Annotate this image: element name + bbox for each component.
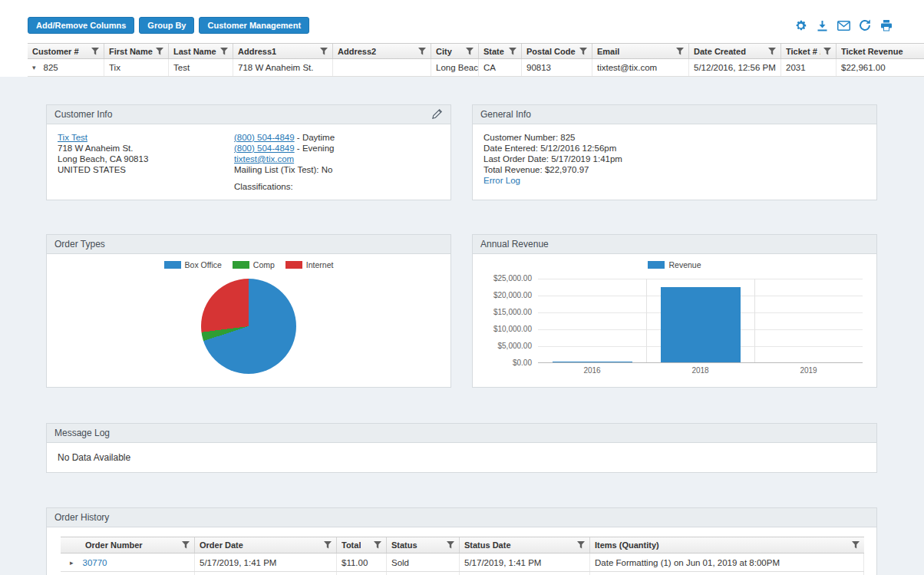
error-log-link[interactable]: Error Log: [483, 176, 520, 185]
col-label: Last Name: [173, 47, 216, 56]
cell-order-date: 4/8/2019, 1:43 PM: [195, 572, 337, 575]
cell-state: CA: [479, 59, 522, 76]
customer-row[interactable]: ▾825 Tix Test 718 W Anaheim St. Long Bea…: [28, 59, 924, 77]
customer-name-link[interactable]: Tix Test: [58, 133, 87, 142]
filter-icon[interactable]: [220, 48, 228, 55]
no-data-text: No Data Available: [58, 452, 130, 463]
general-customer-number: Customer Number: 825: [483, 132, 866, 143]
col-header-status[interactable]: Status: [387, 537, 460, 553]
info-panels-row: Customer Info Tix Test 718 W Anaheim St.…: [46, 104, 877, 200]
filter-icon[interactable]: [823, 48, 831, 55]
cell-value: tixtest@tix.com: [597, 63, 657, 72]
col-header-ticket-revenue[interactable]: Ticket Revenue: [837, 44, 924, 58]
col-header-city[interactable]: City: [431, 44, 479, 58]
col-header-items-quantity[interactable]: Items (Quantity): [590, 537, 864, 553]
filter-icon[interactable]: [509, 48, 516, 55]
refresh-icon[interactable]: [858, 18, 872, 32]
customer-email-link[interactable]: tixtest@tix.com: [234, 154, 294, 164]
bar-y-axis: $25,000.00 $20,000.00 $15,000.00 $10,000…: [473, 279, 538, 363]
phone-daytime-link[interactable]: (800) 504-4849: [234, 133, 295, 142]
customer-info-panel: Customer Info Tix Test 718 W Anaheim St.…: [46, 104, 451, 200]
col-header-order-date[interactable]: Order Date: [195, 537, 337, 553]
sort-desc-icon: ↓: [819, 47, 820, 56]
order-row[interactable]: ▸30497 4/8/2019, 1:43 PM $0.00 Open 4/8/…: [61, 572, 864, 575]
phone-evening-link[interactable]: (800) 504-4849: [234, 144, 295, 153]
classifications-label: Classifications:: [234, 181, 440, 192]
bar[interactable]: [661, 287, 741, 362]
panel-title: Annual Revenue: [480, 239, 549, 249]
y-tick: $25,000.00: [493, 274, 532, 283]
filter-icon[interactable]: [577, 541, 585, 549]
order-number-link[interactable]: 30770: [83, 558, 107, 567]
general-info-header: General Info: [473, 105, 876, 124]
download-icon[interactable]: [815, 18, 829, 32]
cell-value: Date Formatting (1) on Jun 01, 2019 at 8…: [595, 558, 780, 567]
panel-title: Order History: [54, 512, 109, 523]
toolbar: Add/Remove Columns Group By Customer Man…: [0, 17, 924, 34]
col-label: Date Created: [694, 47, 746, 56]
cell-value: Test: [173, 63, 190, 72]
group-by-button[interactable]: Group By: [139, 17, 194, 34]
customer-management-button[interactable]: Customer Management: [199, 17, 309, 34]
col-header-date-created[interactable]: Date Created: [689, 44, 781, 58]
order-history-panel: Order History Order Number Order Date To…: [46, 507, 877, 575]
col-header-email[interactable]: Email: [592, 44, 689, 58]
print-icon[interactable]: [879, 18, 893, 32]
col-label: Postal Code: [526, 47, 576, 56]
toolbar-icons: [794, 18, 893, 32]
col-label: First Name: [109, 47, 153, 56]
col-header-postal-code[interactable]: Postal Code: [522, 44, 592, 58]
cell-city: Long Beach: [431, 59, 479, 76]
y-tick: $15,000.00: [493, 308, 532, 316]
annual-revenue-header: Annual Revenue: [473, 235, 876, 254]
col-header-state[interactable]: State: [479, 44, 522, 58]
edit-customer-icon[interactable]: [432, 108, 443, 121]
filter-icon[interactable]: [324, 541, 332, 549]
col-header-address2[interactable]: Address2: [333, 44, 431, 58]
cell-value: 2031: [786, 63, 806, 72]
pie-chart[interactable]: [201, 279, 296, 374]
customer-info-body: Tix Test 718 W Anaheim St. Long Beach, C…: [47, 124, 450, 200]
settings-gear-icon[interactable]: [794, 18, 807, 32]
filter-icon[interactable]: [852, 541, 860, 549]
col-header-customer-number[interactable]: Customer #: [28, 44, 104, 58]
filter-icon[interactable]: [182, 541, 190, 549]
cell-value: Tix: [109, 63, 120, 72]
cell-address1: 718 W Anaheim St.: [233, 59, 333, 76]
filter-icon[interactable]: [768, 48, 776, 55]
col-label: Items (Quantity): [595, 540, 659, 550]
filter-icon[interactable]: [156, 48, 163, 55]
filter-icon[interactable]: [91, 48, 99, 55]
filter-icon[interactable]: [447, 541, 454, 549]
cell-order-number: ▸30497: [61, 572, 195, 575]
col-label: Order Number: [85, 540, 143, 550]
col-header-ticket-number[interactable]: Ticket #↓: [781, 44, 837, 58]
email-icon[interactable]: [837, 18, 850, 32]
col-label: Address1: [238, 47, 276, 56]
cell-value: 5/17/2019, 1:41 PM: [200, 558, 276, 567]
bar[interactable]: [553, 362, 632, 362]
cell-postal-code: 90813: [522, 59, 592, 76]
col-header-order-number[interactable]: Order Number: [61, 537, 195, 553]
filter-icon[interactable]: [418, 48, 426, 55]
add-remove-columns-button[interactable]: Add/Remove Columns: [28, 17, 134, 34]
row-expander-icon[interactable]: ▸: [70, 559, 74, 567]
col-label: Address2: [338, 47, 376, 56]
col-header-status-date[interactable]: Status Date: [460, 537, 590, 553]
row-expander-icon[interactable]: ▾: [32, 64, 36, 71]
filter-icon[interactable]: [676, 48, 684, 55]
filter-icon[interactable]: [466, 48, 474, 55]
order-row[interactable]: ▸30770 5/17/2019, 1:41 PM $11.00 Sold 5/…: [61, 554, 864, 572]
filter-icon[interactable]: [579, 48, 587, 55]
col-header-address1[interactable]: Address1: [233, 44, 333, 58]
y-tick: $20,000.00: [493, 291, 532, 299]
filter-icon[interactable]: [320, 48, 328, 55]
filter-icon[interactable]: [374, 541, 381, 549]
cell-value: 5/17/2019, 1:41 PM: [464, 558, 541, 567]
legend-label: Internet: [306, 260, 334, 269]
col-header-last-name[interactable]: Last Name: [169, 44, 233, 58]
col-header-total[interactable]: Total: [337, 537, 387, 553]
x-tick: 2018: [646, 363, 754, 375]
col-header-first-name[interactable]: First Name: [104, 44, 169, 58]
message-log-header: Message Log: [47, 424, 876, 443]
